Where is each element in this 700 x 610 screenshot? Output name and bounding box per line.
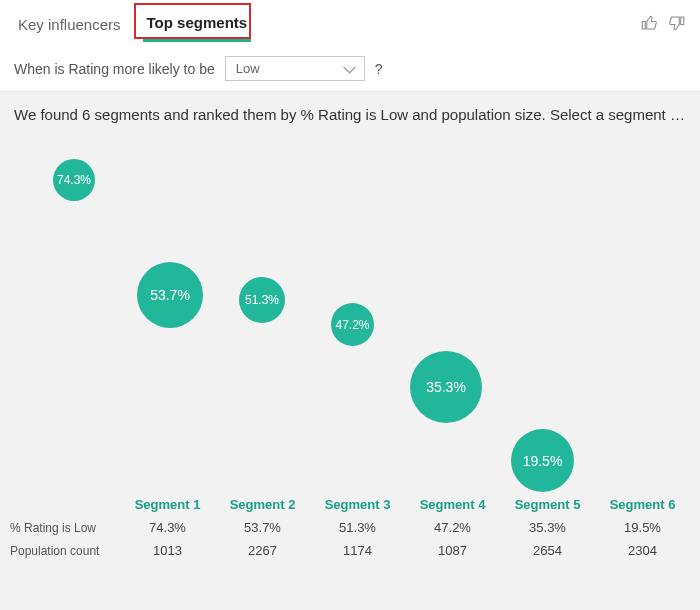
- feedback-controls: [640, 14, 686, 36]
- segment-bubble-1[interactable]: 74.3%: [53, 159, 95, 201]
- table-cell: 51.3%: [310, 520, 405, 535]
- segment-header[interactable]: Segment 4: [405, 497, 500, 512]
- segment-header[interactable]: Segment 2: [215, 497, 310, 512]
- tab-bar: Key influencers Top segments: [0, 0, 700, 42]
- segment-bubble-6[interactable]: 19.5%: [511, 429, 574, 492]
- segment-header[interactable]: Segment 5: [500, 497, 595, 512]
- tab-key-influencers[interactable]: Key influencers: [14, 10, 125, 41]
- table-cell: 1013: [120, 543, 215, 558]
- table-cell: 35.3%: [500, 520, 595, 535]
- table-cell: 19.5%: [595, 520, 690, 535]
- table-cell: 2304: [595, 543, 690, 558]
- row-label-pop: Population count: [10, 544, 120, 558]
- table-row-pct: % Rating is Low 74.3% 53.7% 51.3% 47.2% …: [10, 516, 690, 539]
- segment-bubble-5[interactable]: 35.3%: [410, 351, 482, 423]
- segment-header[interactable]: Segment 1: [120, 497, 215, 512]
- question-prefix: When is Rating more likely to be: [14, 61, 215, 77]
- thumbs-down-icon[interactable]: [668, 14, 686, 36]
- dropdown-selected-value: Low: [236, 61, 260, 76]
- table-cell: 2654: [500, 543, 595, 558]
- chart-area: We found 6 segments and ranked them by %…: [0, 91, 700, 610]
- segment-bubble-4[interactable]: 47.2%: [331, 303, 374, 346]
- table-header-row: Segment 1 Segment 2 Segment 3 Segment 4 …: [10, 493, 690, 516]
- table-cell: 2267: [215, 543, 310, 558]
- value-dropdown[interactable]: Low: [225, 56, 365, 81]
- table-cell: 1087: [405, 543, 500, 558]
- segment-bubble-3[interactable]: 51.3%: [239, 277, 285, 323]
- bubble-chart: 74.3% 53.7% 51.3% 47.2% 35.3% 19.5%: [14, 129, 686, 489]
- table-cell: 1174: [310, 543, 405, 558]
- segment-header[interactable]: Segment 3: [310, 497, 405, 512]
- thumbs-up-icon[interactable]: [640, 14, 658, 36]
- segment-header[interactable]: Segment 6: [595, 497, 690, 512]
- tab-top-segments[interactable]: Top segments: [143, 8, 252, 42]
- table-cell: 47.2%: [405, 520, 500, 535]
- summary-text: We found 6 segments and ranked them by %…: [10, 106, 690, 129]
- segment-bubble-2[interactable]: 53.7%: [137, 262, 203, 328]
- table-cell: 53.7%: [215, 520, 310, 535]
- segment-table: Segment 1 Segment 2 Segment 3 Segment 4 …: [10, 493, 690, 562]
- question-suffix: ?: [375, 61, 383, 77]
- table-cell: 74.3%: [120, 520, 215, 535]
- row-label-pct: % Rating is Low: [10, 521, 120, 535]
- question-row: When is Rating more likely to be Low ?: [0, 42, 700, 91]
- table-row-pop: Population count 1013 2267 1174 1087 265…: [10, 539, 690, 562]
